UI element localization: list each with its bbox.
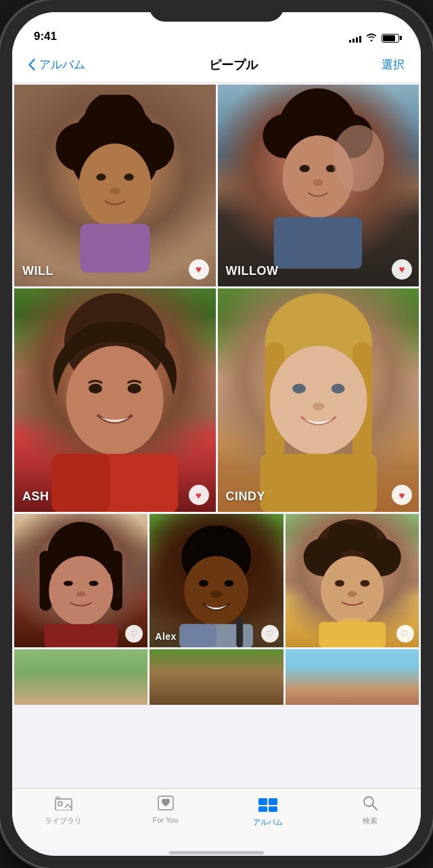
svg-rect-35 <box>39 550 51 611</box>
tab-bar: ライブラリ For You <box>12 788 421 849</box>
svg-point-45 <box>225 580 234 587</box>
battery-icon <box>382 34 399 43</box>
svg-rect-64 <box>258 798 267 805</box>
person-ash-cell[interactable]: ASH ♥ <box>14 288 216 513</box>
svg-point-54 <box>347 523 376 552</box>
foryou-icon <box>158 796 174 813</box>
signal-bar-4 <box>359 36 361 43</box>
svg-point-57 <box>360 580 369 587</box>
library-icon <box>55 796 72 813</box>
svg-point-29 <box>292 383 305 393</box>
svg-rect-65 <box>269 798 277 805</box>
svg-rect-41 <box>44 624 118 648</box>
svg-point-46 <box>210 590 223 598</box>
page-title: ピープル <box>209 57 258 73</box>
svg-point-58 <box>347 591 357 597</box>
svg-point-22 <box>127 383 141 393</box>
notch <box>149 0 284 22</box>
svg-point-55 <box>321 556 384 626</box>
cindy-name: CINDY <box>226 490 266 504</box>
svg-point-4 <box>78 144 151 227</box>
willow-name: WILLOW <box>226 264 279 278</box>
svg-rect-48 <box>180 624 216 648</box>
svg-point-20 <box>66 345 164 454</box>
svg-point-62 <box>58 802 62 806</box>
tab-foryou[interactable]: For You <box>114 796 216 824</box>
svg-point-30 <box>331 383 344 393</box>
svg-rect-60 <box>319 622 386 647</box>
tab-foryou-label: For You <box>153 816 179 824</box>
svg-point-28 <box>269 345 367 454</box>
battery-fill <box>383 35 395 41</box>
people-grid[interactable]: WILL ♥ <box>12 83 421 788</box>
wifi-icon <box>365 32 378 43</box>
select-button[interactable]: 選択 <box>382 57 405 72</box>
svg-point-15 <box>313 179 323 186</box>
will-favorite-btn[interactable]: ♥ <box>189 259 209 280</box>
ash-name: ASH <box>22 490 49 504</box>
cindy-favorite-btn[interactable]: ♥ <box>392 485 412 505</box>
status-icons <box>349 32 399 43</box>
signal-bars <box>349 33 361 43</box>
person-will-cell[interactable]: WILL ♥ <box>14 85 216 286</box>
person-cindy-cell[interactable]: CINDY ♥ <box>218 288 419 513</box>
cindy-face-svg <box>218 288 419 513</box>
back-button[interactable]: アルバム <box>28 57 85 72</box>
ash-heart-icon: ♥ <box>196 490 202 501</box>
tab-search[interactable]: 検索 <box>319 796 421 826</box>
cindy-heart-icon: ♥ <box>399 490 405 501</box>
ash-favorite-btn[interactable]: ♥ <box>189 485 209 505</box>
person-willow-cell[interactable]: WILLOW ♥ <box>218 85 419 286</box>
back-label: アルバム <box>39 57 85 72</box>
tab-library-label: ライブラリ <box>45 816 82 826</box>
albums-icon <box>258 796 277 815</box>
svg-point-21 <box>89 383 102 393</box>
svg-point-40 <box>76 591 86 596</box>
svg-rect-36 <box>110 550 122 611</box>
will-face-svg <box>35 95 196 276</box>
willow-favorite-btn[interactable]: ♥ <box>392 259 412 280</box>
svg-point-39 <box>89 581 99 586</box>
svg-point-38 <box>64 581 73 586</box>
svg-rect-66 <box>258 806 267 812</box>
home-bar <box>169 851 264 854</box>
tab-albums-label: アルバム <box>253 817 283 827</box>
person3-heart-icon: ♡ <box>401 629 409 638</box>
svg-rect-32 <box>260 454 376 512</box>
alex-name: Alex <box>155 631 177 642</box>
alex-favorite-btn[interactable]: ♡ <box>261 625 279 643</box>
svg-point-6 <box>124 173 133 180</box>
partial-cell-2[interactable] <box>150 649 283 705</box>
svg-rect-24 <box>51 454 110 512</box>
alex-heart-icon: ♡ <box>266 629 273 638</box>
svg-rect-67 <box>269 806 277 812</box>
svg-point-17 <box>333 125 384 192</box>
phone-screen: 9:41 <box>12 12 421 856</box>
person1-cell[interactable]: ♡ <box>14 514 147 647</box>
svg-point-37 <box>49 556 113 626</box>
person3-cell[interactable]: ♡ <box>286 514 419 647</box>
tab-albums[interactable]: アルバム <box>216 796 319 827</box>
home-indicator <box>12 849 421 856</box>
svg-rect-16 <box>274 217 362 269</box>
signal-bar-1 <box>349 40 351 43</box>
alex-cell[interactable]: Alex ♡ <box>150 514 283 647</box>
svg-point-44 <box>199 580 208 587</box>
person1-heart-icon: ♡ <box>131 629 138 638</box>
signal-bar-3 <box>356 37 358 43</box>
partial-cell-1[interactable] <box>14 649 147 705</box>
svg-point-31 <box>313 402 324 410</box>
willow-heart-icon: ♥ <box>399 263 405 275</box>
willow-face-svg <box>227 85 409 276</box>
tab-search-label: 検索 <box>363 816 378 826</box>
nav-bar: アルバム ピープル 選択 <box>12 47 421 83</box>
svg-point-56 <box>335 580 344 587</box>
partial-cell-3[interactable] <box>286 649 419 705</box>
signal-bar-2 <box>352 39 355 43</box>
search-icon <box>363 796 378 813</box>
will-name: WILL <box>22 264 53 278</box>
svg-point-7 <box>110 188 120 194</box>
tab-library[interactable]: ライブラリ <box>12 796 114 826</box>
ash-face-svg <box>14 288 216 513</box>
phone-frame: 9:41 <box>0 0 433 868</box>
